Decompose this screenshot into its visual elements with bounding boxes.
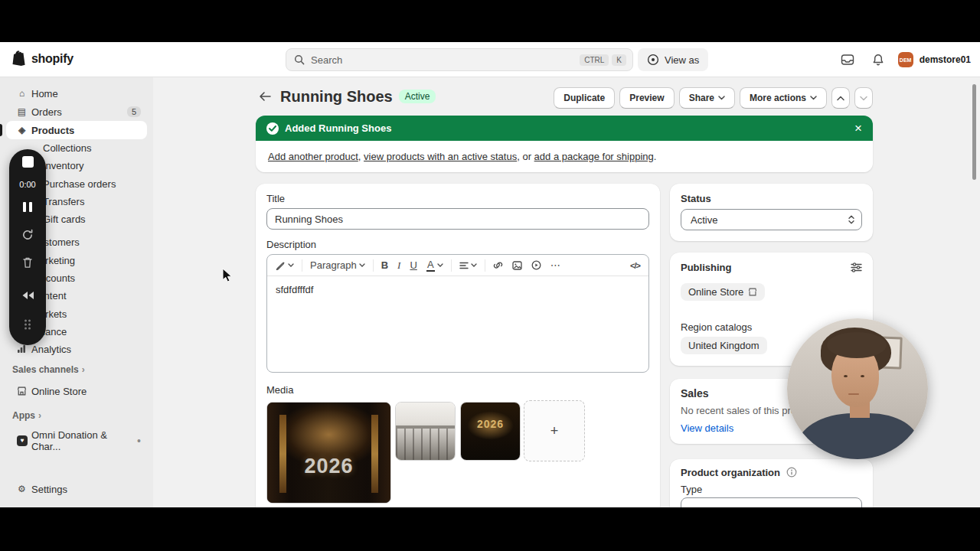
omni-app-icon: ♥ [17, 435, 27, 446]
info-icon[interactable] [786, 467, 797, 478]
preview-button[interactable]: Preview [619, 87, 674, 109]
sidebar-item-label: Analytics [31, 344, 71, 355]
apps-header[interactable]: Apps › [12, 410, 41, 421]
page-title: Running Shoes [280, 88, 393, 106]
sidebar-item-online-store[interactable]: Online Store [6, 382, 147, 400]
underline-button[interactable]: U [406, 257, 420, 274]
page-scrollbar[interactable] [972, 84, 976, 180]
online-store-channel-pill[interactable]: Online Store [681, 283, 765, 301]
sales-channels-header[interactable]: Sales channels › [12, 364, 85, 375]
letterbox-top [0, 0, 980, 42]
media-thumbnail-2026[interactable]: 2026 [460, 402, 521, 461]
description-label: Description [266, 239, 316, 250]
drag-handle[interactable] [9, 318, 46, 331]
app-menu-dot-icon[interactable]: • [137, 435, 141, 446]
bell-icon [872, 54, 884, 67]
chevron-down-icon [437, 263, 443, 267]
stop-recording-button[interactable] [9, 156, 46, 168]
description-input[interactable]: sfdfdfffdf [267, 276, 648, 372]
chevron-down-icon [810, 96, 817, 100]
duplicate-button[interactable]: Duplicate [554, 87, 615, 109]
sidebar-item-orders[interactable]: ▤ Orders 5 [6, 103, 147, 121]
title-input[interactable] [266, 208, 649, 230]
gear-icon: ⚙ [17, 484, 27, 494]
bold-button[interactable]: B [377, 257, 392, 274]
pause-recording-button[interactable] [9, 202, 46, 212]
analytics-icon [17, 344, 27, 354]
media-thumbnail-building[interactable] [395, 402, 456, 461]
delete-recording-button[interactable] [9, 256, 46, 269]
view-as-button[interactable]: View as [638, 48, 708, 71]
insert-link-button[interactable] [489, 257, 507, 274]
sidebar-item-products[interactable]: ◈ Products [6, 121, 147, 139]
region-catalog-pill[interactable]: United Kingdom [681, 337, 767, 354]
shopify-bag-icon [11, 50, 28, 68]
home-icon: ⌂ [17, 89, 27, 98]
restart-recording-button[interactable] [9, 229, 46, 241]
sales-heading: Sales [681, 387, 709, 399]
organization-heading: Product organization [681, 467, 780, 478]
grip-dots-icon [23, 318, 32, 331]
banner-message: Added Running Shoes [285, 122, 391, 134]
sidebar-item-home[interactable]: ⌂ Home [6, 84, 147, 103]
next-product-button[interactable] [854, 87, 873, 109]
magic-write-button[interactable] [272, 257, 298, 274]
back-button[interactable] [256, 87, 274, 106]
shopify-logo[interactable]: shopify [11, 50, 74, 68]
toolbar-separator [485, 259, 485, 272]
rewind-button[interactable] [9, 291, 46, 300]
status-heading: Status [681, 193, 711, 204]
sidebar-item-settings[interactable]: ⚙ Settings [6, 480, 147, 498]
share-button[interactable]: Share [679, 87, 735, 109]
product-image-building [396, 403, 455, 460]
global-search[interactable]: Search CTRL K [286, 48, 633, 71]
paragraph-style-dropdown[interactable]: Paragraph [306, 257, 369, 274]
add-media-button[interactable]: + [524, 400, 585, 461]
rewind-icon [21, 291, 34, 300]
status-select-value: Active [691, 214, 717, 226]
view-products-link[interactable]: view products with an active status [364, 151, 517, 162]
insert-video-button[interactable] [528, 257, 545, 274]
banner-followup: Add another product, view products with … [256, 141, 873, 172]
account-menu[interactable]: DEM demstore01 [898, 52, 971, 67]
add-another-product-link[interactable]: Add another product [268, 151, 358, 162]
stop-icon [22, 156, 34, 168]
channel-label: Online Store [688, 286, 743, 298]
insert-image-button[interactable] [508, 257, 526, 274]
webcam-overlay[interactable] [787, 318, 928, 459]
separator-text: , or [517, 151, 534, 162]
store-name: demstore01 [920, 54, 971, 65]
status-select[interactable]: Active [681, 209, 862, 230]
recorder-toolbar[interactable]: 0:00 [9, 149, 46, 345]
italic-button[interactable]: I [394, 257, 404, 274]
chevron-up-icon [837, 96, 844, 101]
shopify-admin-window: shopify Search CTRL K View as [0, 42, 980, 507]
search-icon [294, 54, 305, 65]
close-icon[interactable]: × [854, 122, 862, 135]
storefront-small-icon [748, 288, 757, 296]
page-header: Running Shoes Active [256, 87, 436, 106]
recording-timer: 0:00 [9, 180, 46, 189]
view-as-eye-icon [647, 54, 659, 66]
image-icon [512, 261, 522, 270]
media-thumbnail-large[interactable]: 2026 [266, 402, 391, 504]
more-formatting-button[interactable]: ⋯ [547, 257, 564, 274]
chevron-down-icon [359, 263, 365, 267]
manage-publishing-button[interactable] [851, 262, 862, 272]
sidebar-item-label: Gift cards [43, 214, 86, 225]
separator-text: , [358, 151, 364, 162]
view-details-link[interactable]: View details [681, 422, 733, 434]
chevron-right-icon: › [82, 364, 85, 375]
sidebar-item-omni-app[interactable]: ♥ Omni Donation & Char... • [6, 432, 147, 450]
type-input[interactable] [681, 497, 862, 507]
code-view-button[interactable]: </> [626, 257, 644, 274]
inbox-button[interactable] [837, 49, 858, 70]
add-package-link[interactable]: add a package for shipping [534, 151, 654, 162]
sales-channels-label: Sales channels [12, 364, 79, 375]
notifications-button[interactable] [867, 49, 889, 70]
previous-product-button[interactable] [831, 87, 850, 109]
more-actions-button[interactable]: More actions [740, 87, 827, 109]
product-image-storefront-2026: 2026 [267, 403, 390, 503]
text-color-button[interactable]: A [423, 257, 447, 274]
alignment-button[interactable] [456, 257, 481, 274]
